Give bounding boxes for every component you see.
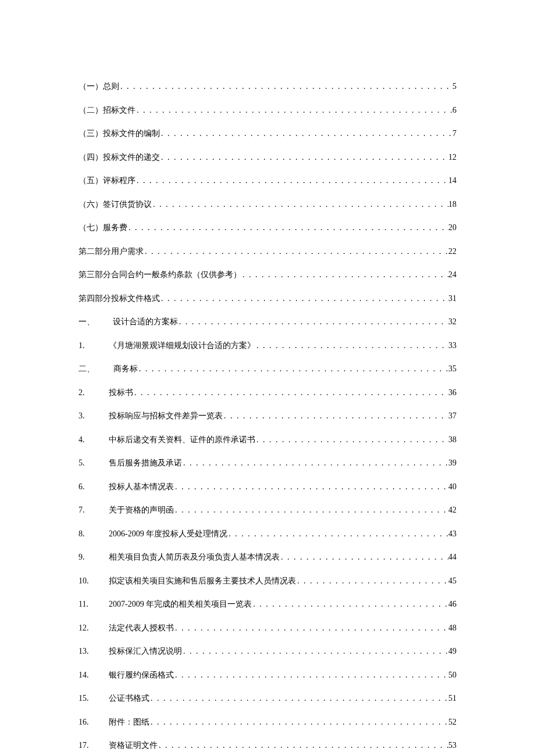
toc-page-number: 53 [448,741,456,750]
toc-leader-dots [255,435,448,445]
toc-leader-dots [138,364,448,374]
toc-entry: 2.投标书36 [79,388,456,398]
toc-title: 2006-2009 年度投标人受处理情况 [109,529,227,539]
toc-title: 投标文件的递交 [103,152,160,163]
toc-page-number: 48 [448,624,456,633]
toc-prefix: 7. [79,506,109,515]
toc-entry: 一、设计合适的方案标32 [79,317,456,327]
toc-entry: （六）签订供货协议18 [79,199,456,210]
toc-title: 评标程序 [103,175,135,186]
toc-entry: （一）总则5 [79,81,456,92]
toc-prefix: 10. [79,576,109,586]
toc-page-number: 51 [448,694,456,703]
toc-title: 拟定该相关项目实施和售后服务主要技术人员情况表 [109,576,296,586]
toc-leader-dots [252,600,448,609]
toc-prefix: 2. [79,388,109,397]
toc-prefix: 1. [79,341,109,350]
toc-prefix: 一、 [79,317,109,327]
toc-page-number: 31 [448,294,456,303]
toc-title: 商务标 [113,364,138,374]
toc-title: 投标人基本情况表 [109,482,174,492]
toc-leader-dots [174,506,448,515]
toc-page-number: 49 [448,647,456,656]
toc-prefix: 8. [79,529,109,539]
toc-page-number: 46 [448,600,456,609]
toc-leader-dots [152,200,448,209]
toc-prefix: 5. [79,458,109,468]
toc-leader-dots [158,741,448,750]
toc-title: 《月塘湖景观详细规划设计合适的方案》 [109,341,255,351]
toc-leader-dots [182,458,448,468]
toc-leader-dots [227,529,448,539]
toc-title: 投标书 [109,388,133,398]
toc-title: 招标文件 [103,105,135,116]
toc-prefix: （一） [79,81,103,92]
toc-entry: （二）招标文件6 [79,105,456,116]
toc-leader-dots [160,294,448,303]
toc-entry: 7.关于资格的声明函42 [79,505,456,515]
toc-entry: 10.拟定该相关项目实施和售后服务主要技术人员情况表45 [79,576,456,586]
toc-page-number: 7 [452,129,456,138]
toc-page-number: 43 [448,529,456,539]
toc-page-number: 40 [448,482,456,492]
toc-title: 法定代表人授权书 [109,623,174,633]
toc-prefix: 9. [79,553,109,562]
toc-leader-dots [127,223,448,232]
toc-page-number: 50 [448,671,456,680]
toc-entry: （三）投标文件的编制7 [79,128,456,139]
toc-prefix: 13. [79,647,109,656]
toc-prefix: 17. [79,741,109,750]
toc-prefix: （三） [79,128,103,139]
toc-prefix: 11. [79,600,109,609]
toc-page-number: 20 [448,223,456,232]
toc-page-number: 45 [448,576,456,586]
toc-prefix: （六） [79,199,103,210]
toc-title: 第四部分投标文件格式 [79,293,160,304]
toc-title: 相关项目负责人简历表及分项负责人基本情况表 [109,552,280,562]
toc-title: 附件：图纸 [109,717,149,728]
toc-title: 中标后递交有关资料、证件的原件承诺书 [109,435,255,445]
toc-page-number: 39 [448,458,456,468]
toc-prefix: 6. [79,482,109,492]
toc-title: 签订供货协议 [103,199,152,210]
toc-page-number: 18 [448,200,456,209]
toc-leader-dots [135,176,448,185]
toc-prefix: （四） [79,152,103,163]
toc-entry: 二、商务标35 [79,364,456,374]
toc-entry: 12.法定代表人授权书48 [79,623,456,633]
toc-leader-dots [280,553,448,562]
toc-prefix: 二、 [79,364,109,374]
toc-page-number: 35 [448,364,456,374]
toc-leader-dots [133,388,448,397]
toc-page-number: 32 [448,317,456,327]
toc-page-number: 42 [448,506,456,515]
toc-leader-dots [296,576,448,586]
toc-entry: 17.资格证明文件53 [79,740,456,751]
toc-title: 第三部分合同合约一般条约条款（仅供参考） [79,270,241,280]
toc-page-number: 5 [452,82,456,91]
toc-entry: 4.中标后递交有关资料、证件的原件承诺书38 [79,435,456,445]
toc-page-number: 37 [448,411,456,421]
toc-page-number: 44 [448,553,456,562]
toc-entry: 16.附件：图纸52 [79,717,456,728]
toc-prefix: 12. [79,624,109,633]
toc-entry: 15.公证书格式51 [79,693,456,704]
toc-prefix: 14. [79,671,109,680]
toc-page-number: 12 [448,153,456,162]
toc-page-number: 52 [448,718,456,727]
toc-prefix: （七） [79,223,103,233]
toc-title: 投标文件的编制 [103,128,160,139]
toc-title: 投标响应与招标文件差异一览表 [109,411,223,421]
toc-page-number: 6 [452,106,456,115]
toc-entry: （五）评标程序14 [79,175,456,186]
toc-prefix: 4. [79,435,109,445]
toc-prefix: （五） [79,175,103,186]
toc-page-number: 24 [448,270,456,280]
toc-leader-dots [174,624,448,633]
toc-title: 第二部分用户需求 [79,246,144,257]
toc-prefix: 3. [79,411,109,421]
toc-leader-dots [178,317,448,327]
toc-entry: 第四部分投标文件格式31 [79,293,456,304]
toc-title: 资格证明文件 [109,740,158,751]
toc-leader-dots [149,718,448,727]
